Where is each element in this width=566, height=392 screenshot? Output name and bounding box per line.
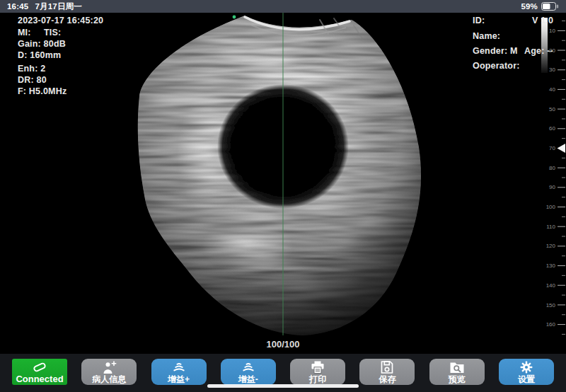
- save-icon: [378, 360, 396, 374]
- frame-counter: 100/100: [248, 339, 318, 350]
- toolbar-button-label: 增益-: [238, 375, 258, 384]
- version-label: V 1.0: [532, 16, 553, 25]
- status-bar: 16:45 7月17日周一 59%: [0, 0, 566, 13]
- gain-value: Gain: 80dB: [18, 39, 66, 49]
- toolbar-button-3[interactable]: 增益-: [221, 359, 276, 385]
- enhance-value: Enh: 2: [18, 64, 45, 74]
- toolbar-button-label: Connected: [16, 375, 63, 384]
- battery-icon: [541, 2, 559, 11]
- toolbar-button-connected[interactable]: Connected: [12, 359, 67, 385]
- toolbar-button-label: 增益+: [168, 375, 190, 384]
- status-time: 16:45: [7, 0, 28, 13]
- toolbar-button-label: 病人信息: [92, 375, 126, 384]
- gain-waves-icon: [239, 360, 258, 374]
- gain-waves-icon: [170, 360, 188, 374]
- toolbar-button-4[interactable]: 打印: [290, 359, 345, 385]
- patient-age: Age: --: [524, 46, 553, 56]
- toolbar-button-label: 设置: [518, 375, 535, 384]
- printer-icon: [308, 360, 327, 374]
- battery-percent: 59%: [521, 0, 538, 13]
- toolbar-button-1[interactable]: 病人信息: [81, 359, 137, 385]
- patient-id-label: ID:: [473, 16, 485, 25]
- toolbar-button-6[interactable]: 预览: [429, 359, 485, 385]
- status-date: 7月17日周一: [35, 0, 82, 13]
- ultrasound-image-area[interactable]: 2023-07-17 16:45:20 MI: TIS: Gain: 80dB …: [0, 13, 566, 354]
- toolbar-button-7[interactable]: 设置: [499, 359, 554, 385]
- datetime-text: 2023-07-17 16:45:20: [18, 16, 103, 25]
- mi-label: MI:: [18, 28, 31, 38]
- settings-gear-icon: [517, 360, 536, 374]
- home-indicator[interactable]: [207, 384, 359, 388]
- toolbar-button-label: 打印: [309, 375, 326, 384]
- depth-value: D: 160mm: [18, 50, 61, 60]
- patient-gender: Gender: M: [473, 46, 518, 56]
- toolbar-button-label: 预览: [449, 375, 466, 384]
- ultrasound-app-screen: 16:45 7月17日周一 59%: [0, 0, 566, 392]
- toolbar-button-label: 保存: [379, 375, 395, 384]
- patient-name-label: Name:: [473, 31, 500, 41]
- frequency-value: F: H5.0MHz: [18, 86, 67, 96]
- preview-icon: [448, 360, 466, 374]
- toolbar-button-5[interactable]: 保存: [359, 359, 415, 385]
- probe-icon: [29, 360, 50, 374]
- toolbar-button-2[interactable]: 增益+: [151, 359, 207, 385]
- tis-label: TIS:: [44, 28, 61, 38]
- orientation-marker-dot: [233, 16, 236, 19]
- operator-label: Ooperator:: [473, 61, 520, 71]
- patient-add-icon: [100, 360, 118, 374]
- dynamic-range-value: DR: 80: [18, 75, 47, 85]
- edge-vignette: [0, 13, 548, 354]
